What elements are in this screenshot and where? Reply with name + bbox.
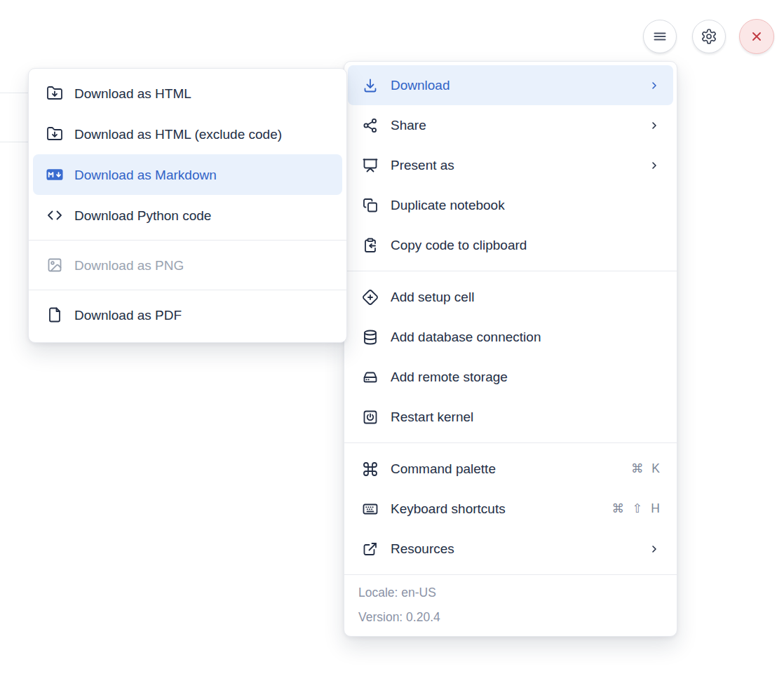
image-icon — [46, 257, 63, 273]
database-icon — [362, 329, 379, 346]
menu-item-label: Add database connection — [391, 330, 660, 344]
code-icon — [46, 207, 63, 224]
locale-info: Locale: en-US — [344, 581, 677, 605]
menu-item-label: Download as PDF — [74, 309, 332, 322]
background-cell-border — [0, 93, 28, 93]
menu-item-resources[interactable]: Resources — [348, 529, 673, 569]
menu-item-add-database-connection[interactable]: Add database connection — [348, 317, 673, 357]
hamburger-icon — [651, 28, 668, 45]
menu-separator — [29, 290, 346, 290]
chevron-right-icon — [649, 120, 660, 131]
command-icon — [362, 461, 379, 478]
menu-item-label: Keyboard shortcuts — [391, 502, 600, 515]
menu-item-label: Resources — [391, 542, 637, 555]
external-link-icon — [362, 541, 379, 557]
menu-item-label: Share — [391, 119, 637, 132]
menu-separator — [344, 442, 677, 443]
hard-drive-icon — [362, 369, 379, 386]
download-submenu: Download as HTML Download as HTML (exclu… — [28, 68, 347, 343]
markdown-icon — [46, 166, 63, 183]
background-cell-border — [0, 142, 28, 142]
menu-item-label: Download as Markdown — [74, 168, 332, 182]
clipboard-copy-icon — [362, 237, 379, 254]
menu-item-label: Add setup cell — [391, 290, 660, 304]
menu-item-download[interactable]: Download — [348, 65, 673, 105]
menu-item-label: Present as — [391, 158, 637, 172]
menu-item-command-palette[interactable]: Command palette ⌘ K — [348, 449, 673, 489]
shortcut-hint: ⌘ K — [631, 463, 660, 475]
chevron-right-icon — [649, 80, 660, 91]
menu-item-label: Restart kernel — [391, 410, 660, 424]
file-icon — [46, 306, 63, 323]
share-icon — [362, 117, 379, 134]
menu-item-duplicate-notebook[interactable]: Duplicate notebook — [348, 185, 673, 225]
menu-item-keyboard-shortcuts[interactable]: Keyboard shortcuts ⌘ ⇧ H — [348, 489, 673, 529]
submenu-item-download-png[interactable]: Download as PNG — [33, 245, 342, 285]
folder-down-icon — [46, 85, 63, 102]
version-info: Version: 0.20.4 — [344, 605, 677, 630]
close-button[interactable] — [739, 19, 774, 54]
close-icon — [748, 28, 765, 45]
submenu-item-download-python-code[interactable]: Download Python code — [33, 195, 342, 236]
menu-separator — [344, 271, 677, 271]
menu-item-add-setup-cell[interactable]: Add setup cell — [348, 277, 673, 317]
submenu-item-download-html-exclude-code[interactable]: Download as HTML (exclude code) — [33, 114, 342, 154]
notebook-actions-menu: Download Share Present as — [344, 61, 677, 637]
diamond-plus-icon — [362, 289, 379, 306]
submenu-item-download-pdf[interactable]: Download as PDF — [33, 295, 342, 335]
notebook-menu-button[interactable] — [643, 20, 677, 53]
power-icon — [362, 409, 379, 426]
presentation-icon — [362, 157, 379, 174]
menu-item-copy-code[interactable]: Copy code to clipboard — [348, 225, 673, 265]
menu-item-label: Add remote storage — [391, 370, 660, 384]
menu-item-label: Download as PNG — [74, 259, 332, 272]
submenu-item-download-html[interactable]: Download as HTML — [33, 73, 342, 114]
submenu-item-download-markdown[interactable]: Download as Markdown — [33, 154, 342, 195]
menu-item-add-remote-storage[interactable]: Add remote storage — [348, 357, 673, 397]
settings-button[interactable] — [692, 20, 726, 53]
menu-item-label: Download Python code — [74, 209, 332, 222]
copy-icon — [362, 197, 379, 214]
download-icon — [362, 77, 379, 94]
chevron-right-icon — [649, 543, 660, 555]
folder-down-icon — [46, 126, 63, 142]
menu-item-label: Copy code to clipboard — [391, 238, 660, 252]
gear-icon — [701, 28, 717, 45]
menu-separator — [344, 574, 677, 575]
shortcut-hint: ⌘ ⇧ H — [611, 503, 660, 515]
menu-item-restart-kernel[interactable]: Restart kernel — [348, 397, 673, 437]
menu-item-label: Duplicate notebook — [391, 198, 660, 212]
menu-item-share[interactable]: Share — [348, 105, 673, 145]
menu-item-label: Download as HTML (exclude code) — [74, 128, 332, 141]
keyboard-icon — [362, 501, 379, 518]
menu-item-present-as[interactable]: Present as — [348, 145, 673, 185]
menu-item-label: Command palette — [391, 462, 619, 475]
menu-item-label: Download as HTML — [74, 87, 332, 100]
chevron-right-icon — [649, 160, 660, 171]
menu-item-label: Download — [391, 79, 637, 92]
menu-separator — [29, 240, 346, 241]
